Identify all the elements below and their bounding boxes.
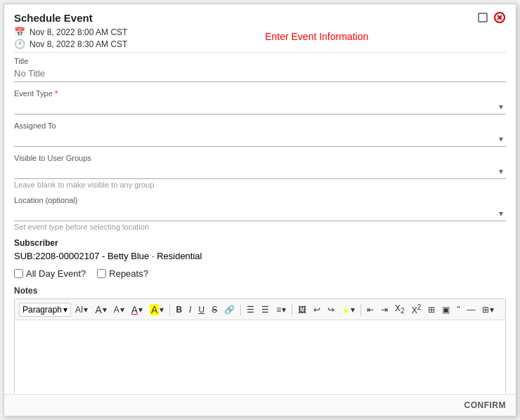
separator-2 (240, 304, 241, 315)
required-marker: * (53, 89, 58, 98)
media-icon: ▣ (442, 305, 450, 315)
location-hint: Set event type before selecting location (14, 223, 506, 231)
minimize-button[interactable] (476, 11, 489, 24)
italic-button[interactable]: I (186, 303, 194, 316)
indent-increase-icon: ⇥ (381, 305, 388, 315)
title-bar-controls (476, 11, 506, 24)
notes-label: Notes (14, 286, 506, 296)
separator-4 (360, 304, 361, 315)
event-type-select-wrapper: ▾ (14, 99, 506, 114)
hr-icon: — (467, 305, 475, 315)
enter-event-label: Enter Event Information (265, 31, 368, 42)
visible-hint: Leave blank to make visible to any group (14, 181, 506, 189)
ai-button[interactable]: AI▾ (72, 303, 91, 316)
event-type-group: Event Type * ▾ (14, 89, 506, 114)
title-input[interactable] (14, 67, 506, 82)
font-style-chevron-icon: ▾ (120, 305, 124, 315)
quote-button[interactable]: " (454, 303, 462, 316)
clock-icon: 🕐 (14, 39, 25, 49)
close-button[interactable] (493, 11, 506, 24)
table-button[interactable]: ⊞ (425, 303, 438, 316)
indent-increase-button[interactable]: ⇥ (378, 303, 391, 316)
redo-icon: ↪ (327, 305, 334, 315)
image-button[interactable]: 🖼 (295, 303, 309, 316)
underline-button[interactable]: U (195, 303, 207, 316)
text-color-button[interactable]: A▾ (129, 303, 145, 317)
end-datetime-text: Nov 8, 2022 8:30 AM CST (30, 39, 127, 49)
notes-editor-area[interactable] (15, 320, 505, 394)
repeats-checkbox[interactable] (97, 269, 106, 278)
media-button[interactable]: ▣ (439, 303, 453, 316)
start-date: 📅 Nov 8, 2022 8:00 AM CST (14, 27, 127, 37)
ai-chevron-icon: ▾ (84, 305, 88, 315)
link-button[interactable]: 🔗 (221, 303, 238, 316)
bg-color-button[interactable]: A▾ (147, 303, 167, 317)
bold-button[interactable]: B (173, 303, 185, 316)
event-type-select[interactable] (14, 99, 506, 114)
hr-button[interactable]: — (464, 303, 478, 316)
font-size-button[interactable]: A▾ (92, 303, 109, 317)
separator-3 (292, 304, 292, 315)
superscript-button[interactable]: X2 (409, 302, 424, 317)
list-ordered-button[interactable]: ☰ (259, 303, 272, 316)
assigned-to-select-wrapper: ▾ (14, 131, 506, 147)
align-icon: ≡ (276, 305, 281, 315)
start-datetime-text: Nov 8, 2022 8:00 AM CST (30, 27, 127, 37)
editor-toolbar: Paragraph ▾ AI▾ A▾ A▾ A▾ (15, 299, 505, 320)
link-icon: 🔗 (224, 305, 235, 315)
visible-group: Visible to User Groups ▾ Leave blank to … (14, 154, 506, 189)
all-day-checkbox-label[interactable]: All Day Event? (14, 268, 86, 279)
schedule-event-window: Schedule Event 📅 Nov 8, 2022 8:00 AM (4, 4, 516, 416)
location-group: Location (optional) ▾ Set event type bef… (14, 196, 506, 231)
calendar-icon: 📅 (14, 27, 25, 37)
header-row: 📅 Nov 8, 2022 8:00 AM CST 🕐 Nov 8, 2022 … (4, 27, 516, 49)
assigned-to-group: Assigned To ▾ (14, 122, 506, 147)
list-unordered-button[interactable]: ☰ (244, 303, 257, 316)
visible-select[interactable] (14, 164, 506, 178)
window-title: Schedule Event (14, 12, 93, 24)
assigned-to-label: Assigned To (14, 122, 506, 130)
bg-color-chevron-icon: ▾ (160, 305, 164, 315)
visible-label: Visible to User Groups (14, 154, 506, 162)
redo-button[interactable]: ↪ (325, 303, 337, 316)
paragraph-dropdown[interactable]: Paragraph ▾ (19, 303, 71, 317)
footer: CONFIRM (4, 394, 516, 416)
all-day-label: All Day Event? (26, 268, 86, 279)
form-content: Title Event Type * ▾ Assigned To ▾ (4, 53, 516, 394)
location-select[interactable] (14, 206, 506, 221)
more-chevron-icon: ▾ (490, 305, 494, 315)
subscriber-type: Residential (157, 251, 202, 261)
checkboxes-row: All Day Event? Repeats? (14, 268, 506, 279)
more-button[interactable]: ⊞▾ (479, 303, 497, 316)
subscriber-value: SUB:2208-00002107 - Betty Blue · Residen… (14, 251, 506, 261)
subscript-button[interactable]: X2 (392, 302, 408, 316)
undo-button[interactable]: ↩ (311, 303, 323, 316)
strikethrough-button[interactable]: S (209, 303, 220, 316)
font-size-chevron-icon: ▾ (103, 305, 107, 315)
highlight-button[interactable]: ▲▾ (339, 303, 358, 316)
subscriber-separator-1: - (102, 251, 108, 261)
subscriber-id: SUB:2208-00002107 (14, 251, 99, 261)
title-bar-left: Schedule Event (14, 12, 93, 24)
notes-section: Notes Paragraph ▾ AI▾ A▾ A▾ (14, 286, 506, 394)
repeats-checkbox-label[interactable]: Repeats? (97, 268, 148, 279)
title-bar: Schedule Event (4, 4, 516, 27)
align-button[interactable]: ≡▾ (273, 303, 289, 316)
all-day-checkbox[interactable] (14, 269, 23, 278)
assigned-to-select[interactable] (14, 131, 506, 146)
list-unordered-icon: ☰ (247, 305, 254, 315)
paragraph-chevron-icon: ▾ (63, 305, 67, 315)
repeats-label: Repeats? (109, 268, 148, 279)
datetime-section: 📅 Nov 8, 2022 8:00 AM CST 🕐 Nov 8, 2022 … (14, 27, 127, 49)
event-type-label: Event Type * (14, 89, 506, 98)
subscriber-section: Subscriber SUB:2208-00002107 - Betty Blu… (14, 238, 506, 261)
more-icon: ⊞ (482, 305, 489, 315)
subscript-icon: X2 (395, 303, 405, 315)
indent-decrease-button[interactable]: ⇤ (364, 303, 377, 316)
font-style-button[interactable]: A▾ (111, 303, 127, 316)
paragraph-label: Paragraph (22, 305, 62, 315)
confirm-button[interactable]: CONFIRM (464, 400, 507, 410)
undo-icon: ↩ (313, 305, 320, 315)
quote-icon: " (457, 305, 460, 315)
align-chevron-icon: ▾ (282, 305, 286, 315)
